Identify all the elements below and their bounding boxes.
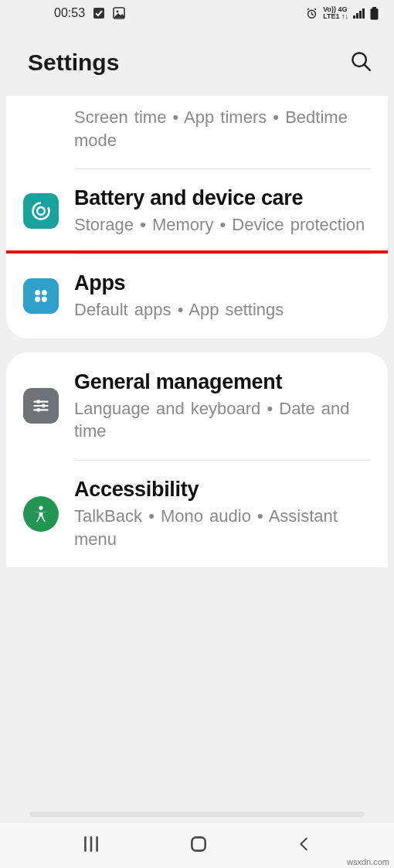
- item-subtitle: Language and keyboard • Date and time: [74, 397, 368, 443]
- item-title: Accessibility: [74, 477, 368, 502]
- home-icon: [189, 834, 209, 854]
- watermark: wsxdn.com: [347, 857, 389, 866]
- svg-rect-8: [372, 7, 376, 9]
- svg-rect-4: [353, 15, 355, 19]
- svg-point-14: [35, 290, 40, 295]
- settings-item-digital-wellbeing[interactable]: Screen time • App timers • Bedtime mode: [6, 96, 388, 168]
- search-button[interactable]: [349, 49, 372, 76]
- svg-point-16: [35, 297, 40, 302]
- svg-rect-7: [362, 9, 365, 19]
- settings-item-apps[interactable]: Apps Default apps • App settings: [6, 250, 388, 339]
- svg-point-15: [42, 290, 47, 295]
- svg-rect-9: [371, 9, 379, 20]
- navigation-bar: [0, 823, 394, 868]
- item-subtitle: Default apps • App settings: [74, 298, 368, 322]
- svg-point-2: [117, 11, 119, 13]
- clock-time: 00:53: [54, 6, 85, 20]
- svg-rect-28: [192, 837, 205, 850]
- back-icon: [296, 834, 313, 854]
- network-text-icon: Vo)) 4G LTE1 ↑↓: [323, 6, 348, 20]
- svg-rect-0: [93, 8, 104, 19]
- accessibility-icon: [23, 496, 59, 532]
- svg-line-11: [365, 65, 370, 70]
- page-header: Settings: [0, 26, 394, 96]
- general-management-icon: [23, 388, 59, 424]
- signal-bars-icon: [353, 8, 365, 19]
- settings-group-device: Screen time • App timers • Bedtime mode …: [6, 96, 388, 339]
- item-title: Battery and device care: [74, 186, 368, 211]
- svg-point-17: [42, 297, 47, 302]
- alarm-icon: [305, 7, 318, 20]
- device-care-icon: [23, 193, 59, 229]
- settings-item-battery-device-care[interactable]: Battery and device care Storage • Memory…: [6, 168, 388, 254]
- item-title: Apps: [74, 271, 368, 296]
- svg-rect-5: [356, 13, 358, 19]
- apps-icon: [23, 278, 59, 314]
- item-subtitle: TalkBack • Mono audio • Assistant menu: [74, 505, 368, 550]
- svg-point-13: [37, 207, 45, 215]
- back-button[interactable]: [296, 834, 313, 857]
- settings-group-general: General management Language and keyboard…: [6, 352, 388, 568]
- settings-item-accessibility[interactable]: Accessibility TalkBack • Mono audio • As…: [6, 460, 388, 567]
- page-title: Settings: [28, 49, 119, 76]
- recents-button[interactable]: [81, 834, 101, 857]
- svg-point-24: [39, 505, 42, 509]
- item-title: General management: [74, 369, 368, 395]
- svg-point-21: [42, 404, 46, 408]
- image-icon: [113, 7, 125, 19]
- scroll-indicator: [29, 812, 365, 817]
- item-subtitle: Screen time • App timers • Bedtime mode: [74, 106, 368, 151]
- home-button[interactable]: [189, 834, 209, 857]
- checkbox-done-icon: [93, 7, 105, 19]
- svg-rect-6: [359, 11, 362, 19]
- search-icon: [349, 49, 372, 73]
- svg-point-19: [36, 400, 40, 403]
- battery-icon: [370, 7, 379, 20]
- status-bar: 00:53 Vo)) 4G LTE1 ↑↓: [0, 0, 394, 26]
- item-subtitle: Storage • Memory • Device protection: [74, 213, 368, 237]
- svg-point-23: [36, 408, 40, 412]
- recents-icon: [81, 834, 101, 854]
- settings-item-general-management[interactable]: General management Language and keyboard…: [6, 352, 388, 460]
